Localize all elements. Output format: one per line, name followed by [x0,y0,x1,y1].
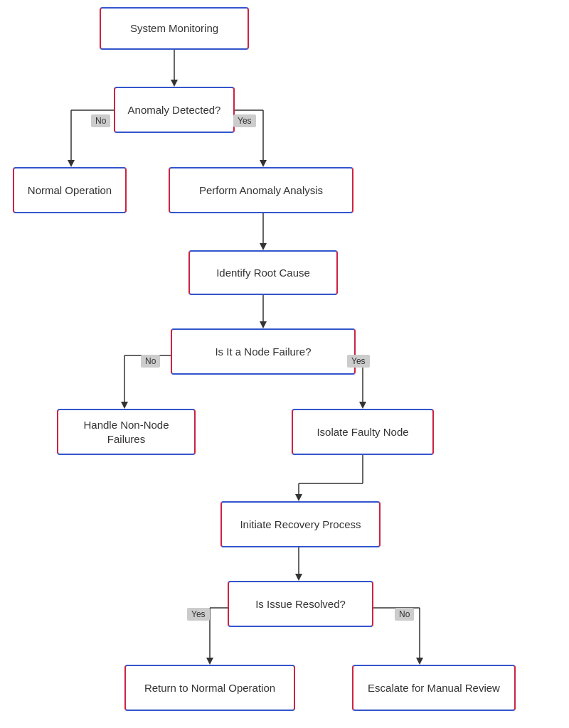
svg-marker-11 [260,321,267,328]
yes-label-anomaly: Yes [233,114,256,127]
perform-anomaly-node: Perform Anomaly Analysis [169,167,353,213]
normal-operation-node: Normal Operation [13,167,127,213]
svg-marker-23 [295,574,302,581]
identify-root-node: Identify Root Cause [188,250,338,295]
yes-label-node-failure: Yes [347,355,370,368]
flowchart: System Monitoring Anomaly Detected? No Y… [0,0,569,728]
anomaly-detected-node: Anomaly Detected? [114,87,235,133]
svg-marker-9 [260,243,267,250]
handle-non-node-node: Handle Non-Node Failures [57,409,196,455]
svg-marker-1 [171,80,178,87]
no-label-issue-resolved: No [395,608,414,621]
svg-marker-4 [68,160,75,167]
issue-resolved-node: Is Issue Resolved? [228,581,373,627]
node-failure-node: Is It a Node Failure? [171,328,356,375]
system-monitoring-node: System Monitoring [100,7,249,50]
svg-marker-7 [260,160,267,167]
no-label-anomaly: No [91,114,110,127]
no-label-node-failure: No [141,355,160,368]
svg-marker-17 [359,402,366,409]
svg-marker-21 [295,494,302,501]
svg-marker-14 [121,402,128,409]
yes-label-issue-resolved: Yes [187,608,210,621]
isolate-faulty-node: Isolate Faulty Node [292,409,434,455]
return-normal-node: Return to Normal Operation [124,665,295,711]
svg-marker-26 [206,658,213,665]
initiate-recovery-node: Initiate Recovery Process [220,501,381,547]
svg-marker-29 [416,658,423,665]
escalate-manual-node: Escalate for Manual Review [352,665,516,711]
